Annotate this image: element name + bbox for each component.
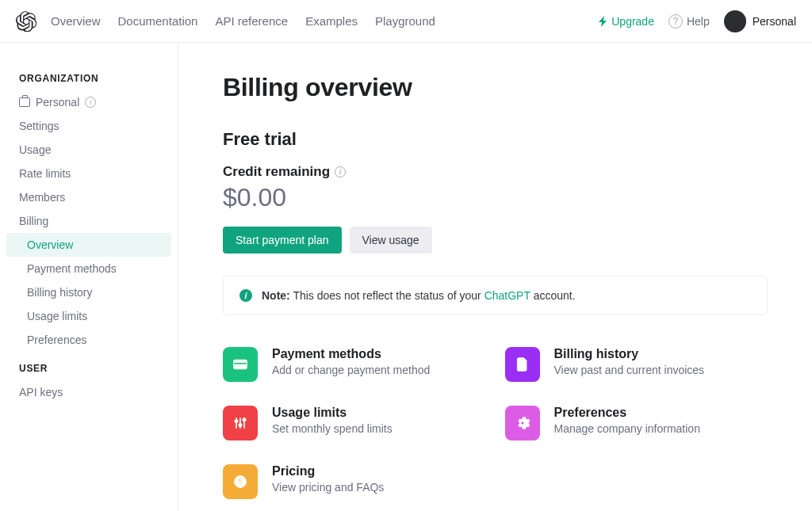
card-title: Payment methods (272, 347, 430, 361)
sidebar-user-title: USER (0, 352, 178, 380)
dollar-icon: $ (223, 464, 258, 499)
credit-label: Credit remaining i (223, 164, 768, 180)
card-title: Billing history (554, 347, 705, 361)
note-text: Note: This does not reflect the status o… (262, 289, 576, 302)
sidebar-item-members[interactable]: Members (0, 185, 178, 209)
svg-text:$: $ (238, 477, 243, 486)
card-title: Usage limits (272, 406, 393, 420)
card-title: Pricing (272, 464, 384, 479)
main-content: Billing overview Free trial Credit remai… (178, 43, 812, 511)
svg-point-7 (243, 418, 245, 421)
help-button[interactable]: ? Help (668, 14, 710, 29)
sliders-icon (223, 406, 258, 440)
sidebar-item-api-keys[interactable]: API keys (0, 380, 178, 404)
help-label: Help (687, 15, 710, 28)
file-icon (505, 347, 540, 382)
card-title: Preferences (554, 406, 700, 420)
sidebar-sub-usage-limits[interactable]: Usage limits (0, 304, 178, 328)
svg-point-6 (239, 424, 241, 426)
note-prefix: Note: (262, 289, 290, 302)
upgrade-button[interactable]: Upgrade (599, 15, 654, 28)
note-text-2: account. (530, 289, 576, 302)
logo-icon[interactable] (16, 11, 36, 32)
briefcase-icon (19, 97, 30, 107)
help-icon: ? (668, 14, 683, 29)
svg-point-5 (235, 420, 237, 422)
bolt-icon (599, 16, 608, 27)
card-billing-history[interactable]: Billing history View past and current in… (505, 347, 768, 382)
top-nav: Overview Documentation API reference Exa… (0, 0, 812, 43)
sidebar-org-name[interactable]: Personal i (0, 90, 178, 114)
card-sub: View past and current invoices (554, 364, 705, 376)
view-usage-button[interactable]: View usage (350, 227, 432, 254)
sidebar-item-billing[interactable]: Billing (0, 209, 178, 233)
sidebar-item-rate-limits[interactable]: Rate limits (0, 162, 178, 185)
credit-label-text: Credit remaining (223, 164, 330, 180)
info-icon: i (85, 97, 96, 108)
nav-api-reference[interactable]: API reference (215, 14, 288, 28)
card-sub: View pricing and FAQs (272, 481, 384, 494)
card-pricing[interactable]: $ Pricing View pricing and FAQs (223, 464, 486, 499)
sidebar-sub-payment-methods[interactable]: Payment methods (0, 257, 178, 280)
nav-playground[interactable]: Playground (375, 14, 435, 28)
nav-documentation[interactable]: Documentation (118, 14, 198, 28)
sidebar-item-usage[interactable]: Usage (0, 138, 178, 162)
chatgpt-link[interactable]: ChatGPT (485, 289, 530, 302)
account-menu[interactable]: Personal (724, 10, 796, 32)
nav-examples[interactable]: Examples (305, 14, 358, 28)
card-icon (223, 347, 258, 382)
plan-subtitle: Free trial (223, 129, 768, 150)
sidebar-sub-preferences[interactable]: Preferences (0, 328, 178, 352)
sidebar-sub-overview[interactable]: Overview (6, 233, 171, 257)
note-text-1: This does not reflect the status of your (290, 289, 485, 302)
start-payment-plan-button[interactable]: Start payment plan (223, 227, 342, 254)
info-icon: i (239, 289, 252, 302)
svg-point-8 (520, 421, 523, 425)
card-sub: Set monthly spend limits (272, 422, 393, 435)
page-title: Billing overview (223, 73, 768, 102)
card-sub: Add or change payment method (272, 364, 430, 376)
card-preferences[interactable]: Preferences Manage company information (505, 406, 768, 440)
svg-rect-1 (234, 363, 247, 365)
topnav-right: Upgrade ? Help Personal (599, 10, 796, 32)
account-label: Personal (753, 15, 796, 28)
topnav-links: Overview Documentation API reference Exa… (51, 14, 435, 28)
credit-amount: $0.00 (223, 183, 768, 212)
button-row: Start payment plan View usage (223, 227, 768, 254)
avatar (724, 10, 746, 32)
sidebar-sub-billing-history[interactable]: Billing history (0, 280, 178, 304)
note-box: i Note: This does not reflect the status… (223, 276, 768, 315)
sidebar-item-settings[interactable]: Settings (0, 114, 178, 138)
card-payment-methods[interactable]: Payment methods Add or change payment me… (223, 347, 486, 382)
nav-overview[interactable]: Overview (51, 14, 101, 28)
sidebar-org-title: ORGANIZATION (0, 62, 178, 90)
upgrade-label: Upgrade (611, 15, 654, 28)
card-usage-limits[interactable]: Usage limits Set monthly spend limits (223, 406, 486, 440)
sidebar: ORGANIZATION Personal i Settings Usage R… (0, 43, 178, 511)
cards-grid: Payment methods Add or change payment me… (223, 347, 768, 499)
info-icon[interactable]: i (335, 166, 346, 177)
card-sub: Manage company information (554, 422, 700, 435)
gear-icon (505, 406, 540, 440)
org-name-label: Personal (36, 96, 79, 109)
